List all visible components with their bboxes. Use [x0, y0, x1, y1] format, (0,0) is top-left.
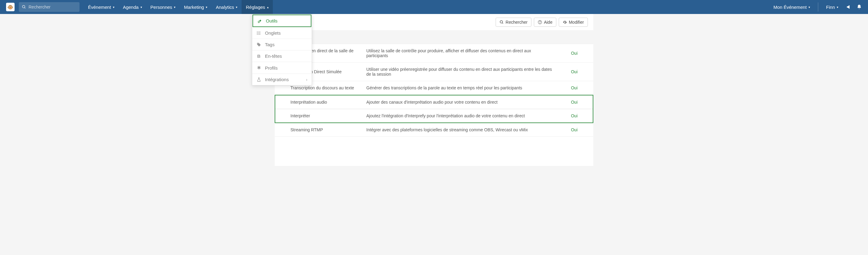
rechercher-button[interactable]: Rechercher [496, 18, 531, 27]
reglages-dropdown: Outils Onglets Tags B En-têtes ✱ Profils… [252, 14, 312, 85]
nav-label: Finn [826, 5, 835, 10]
table-row[interactable]: Interpréter Ajoutez l'intégration d'Inte… [275, 109, 593, 122]
search-input[interactable] [29, 5, 76, 9]
nav-agenda[interactable]: Agenda ▾ [119, 0, 146, 14]
dropdown-item-entetes[interactable]: B En-têtes [252, 51, 312, 62]
svg-line-1 [25, 8, 26, 8]
nav-right: Mon Événement ▾ Finn ▾ [771, 0, 862, 14]
nav-label: Agenda [123, 5, 139, 10]
dropdown-item-outils[interactable]: Outils [252, 15, 311, 27]
app-logo[interactable]: 🐵 [6, 3, 14, 11]
chevron-down-icon: ▾ [113, 5, 115, 9]
svg-point-9 [500, 21, 503, 23]
row-status: Oui [553, 85, 578, 90]
content: Rechercher Aide Modifier LIVE Streaming … [275, 14, 593, 166]
nav-label: Analytics [216, 5, 234, 10]
chevron-up-icon: ▴ [267, 5, 269, 9]
list-icon [256, 31, 261, 35]
dropdown-label: Intégrations [265, 77, 289, 82]
row-name: Transcription du discours au texte [290, 85, 366, 90]
nav-evenement[interactable]: Événement ▾ [84, 0, 119, 14]
nav-label: Personnes [151, 5, 173, 10]
chevron-down-icon: ▾ [206, 5, 207, 9]
row-desc: Intégrer avec des plateformes logicielle… [366, 128, 553, 132]
chevron-right-icon: › [306, 77, 307, 82]
svg-line-10 [502, 23, 503, 24]
help-icon [538, 20, 542, 24]
row-name: Interprétation audio [290, 100, 366, 105]
svg-point-7 [257, 34, 257, 34]
gear-icon [563, 20, 567, 24]
search-box[interactable] [19, 2, 80, 12]
table-row[interactable]: Diffusion en Direct Simulée Utiliser une… [275, 63, 593, 81]
main-nav: Événement ▾ Agenda ▾ Personnes ▾ Marketi… [84, 0, 273, 14]
row-status: Oui [553, 69, 578, 74]
button-label: Modifier [569, 20, 584, 25]
nav-reglages[interactable]: Réglages ▴ [242, 0, 273, 14]
section-header-live: LIVE [275, 30, 593, 44]
nav-label: Mon Événement [774, 5, 807, 10]
tag-icon [256, 42, 261, 47]
search-icon [500, 20, 504, 24]
table-row[interactable]: Streaming en direct de la salle de contr… [275, 44, 593, 63]
table-row[interactable]: Transcription du discours au texte Génér… [275, 81, 593, 95]
nav-label: Réglages [246, 5, 265, 10]
highlighted-rows: Interprétation audio Ajouter des canaux … [275, 95, 593, 123]
row-status: Oui [553, 100, 578, 105]
nav-label: Marketing [184, 5, 204, 10]
flask-icon [256, 77, 261, 82]
nav-user[interactable]: Finn ▾ [823, 5, 841, 10]
dropdown-label: Outils [266, 18, 277, 23]
row-status: Oui [553, 51, 578, 56]
nav-mon-evenement[interactable]: Mon Événement ▾ [771, 5, 813, 10]
dropdown-label: Onglets [265, 30, 281, 35]
bell-icon[interactable] [857, 4, 862, 10]
nav-personnes[interactable]: Personnes ▾ [146, 0, 180, 14]
bold-icon: B [256, 54, 261, 59]
nav-analytics[interactable]: Analytics ▾ [212, 0, 242, 14]
button-label: Rechercher [506, 20, 527, 25]
action-bar: Rechercher Aide Modifier [275, 14, 593, 27]
row-name: Interpréter [290, 113, 366, 118]
svg-point-0 [23, 5, 25, 8]
search-icon [22, 5, 26, 9]
table-row[interactable]: Streaming RTMP Intégrer avec des platefo… [275, 123, 593, 137]
chevron-down-icon: ▾ [236, 5, 237, 9]
top-nav: 🐵 Événement ▾ Agenda ▾ Personnes ▾ Marke… [0, 0, 868, 14]
announcement-icon[interactable] [846, 4, 851, 10]
nav-marketing[interactable]: Marketing ▾ [180, 0, 212, 14]
dropdown-item-integrations[interactable]: Intégrations › [252, 74, 312, 85]
table-row[interactable]: Interprétation audio Ajouter des canaux … [275, 95, 593, 109]
row-desc: Générer des transcriptions de la parole … [366, 85, 553, 90]
button-label: Aide [544, 20, 552, 25]
svg-point-5 [257, 32, 257, 32]
dropdown-label: Profils [265, 65, 278, 70]
svg-point-8 [258, 43, 258, 44]
dropdown-item-tags[interactable]: Tags [252, 39, 312, 51]
row-status: Oui [553, 113, 578, 118]
chevron-down-icon: ▾ [837, 5, 838, 9]
row-name: Streaming RTMP [290, 128, 366, 132]
chevron-down-icon: ▾ [141, 5, 142, 9]
chevron-down-icon: ▾ [174, 5, 176, 9]
row-desc: Utilisez la salle de contrôle pour produ… [366, 48, 553, 58]
nav-label: Événement [88, 5, 111, 10]
dropdown-label: En-têtes [265, 54, 282, 59]
asterisk-icon: ✱ [256, 65, 261, 70]
row-desc: Utiliser une vidéo préenregistrée pour d… [366, 67, 553, 77]
modifier-button[interactable]: Modifier [559, 18, 588, 27]
dropdown-item-profils[interactable]: ✱ Profils [252, 62, 312, 74]
dropdown-label: Tags [265, 42, 275, 47]
divider [818, 2, 818, 11]
aide-button[interactable]: Aide [534, 18, 556, 27]
svg-point-6 [257, 33, 257, 33]
row-desc: Ajoutez l'intégration d'Interprefy pour … [366, 113, 553, 118]
chevron-down-icon: ▾ [808, 5, 810, 9]
row-status: Oui [553, 128, 578, 132]
row-desc: Ajouter des canaux d'interprétation audi… [366, 100, 553, 105]
wrench-icon [257, 19, 262, 23]
dropdown-item-onglets[interactable]: Onglets [252, 27, 312, 39]
